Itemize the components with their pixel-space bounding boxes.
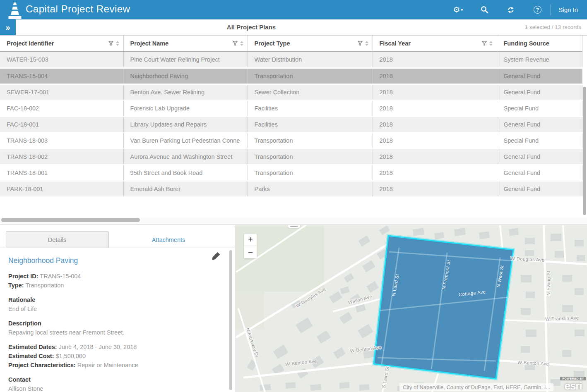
table-vertical-scrollbar-thumb[interactable] — [583, 87, 586, 215]
building-footprint — [575, 330, 585, 336]
details-panel: Details Attachments Neighborhood Paving … — [0, 225, 235, 392]
building-footprint — [562, 350, 571, 357]
column-header-funding-source[interactable]: Funding Source — [497, 36, 582, 52]
esri-logo: POWERED BY esri — [560, 377, 586, 391]
building-footprint — [521, 346, 530, 353]
project-characteristics-field: Project Characteristics: Repair or Maint… — [8, 361, 218, 370]
capital-project-review-app: Capital Project Review ⚙▾ ? — [0, 0, 587, 392]
table-row[interactable]: FAC-18-001Library Updates and RepairsFac… — [0, 116, 582, 132]
traffic-cone-logo-icon — [7, 1, 23, 22]
gear-icon: ⚙ — [453, 5, 460, 14]
settings-button[interactable]: ⚙▾ — [445, 0, 471, 19]
building-footprint — [479, 231, 490, 239]
double-chevron-right-icon: » — [5, 23, 10, 32]
building-footprint — [509, 228, 519, 236]
building-footprint — [526, 292, 535, 298]
table-row[interactable]: FAC-18-002Forensic Lab UpgradeFacilities… — [0, 100, 582, 116]
table-header-row: Project Identifier Project Name Project … — [0, 36, 582, 52]
search-icon — [481, 6, 488, 14]
project-title: Neighborhood Paving — [8, 256, 218, 265]
estimated-dates-field: Estimated Dates: June 4, 2018 - June 30,… — [8, 342, 218, 351]
app-header: Capital Project Review ⚙▾ ? — [0, 0, 587, 19]
tab-details[interactable]: Details — [6, 232, 108, 248]
table-toolbar: » All Project Plans 1 selected / 13 reco… — [0, 19, 587, 36]
estimated-cost-field: Estimated Cost: $1,500,000 — [8, 351, 218, 361]
map-panel: W Douglas Ave Wilson Ave N Parkway Dr W … — [235, 225, 587, 392]
search-button[interactable] — [471, 0, 498, 19]
building-footprint — [260, 384, 271, 391]
type-field: Type: Transportation — [8, 281, 218, 290]
table-row[interactable]: TRANS-18-002Aurora Avenue and Washington… — [0, 148, 582, 165]
panel-title: All Project Plans — [227, 24, 276, 31]
sort-icon[interactable] — [365, 41, 368, 46]
street-label: N Ewing St — [546, 271, 551, 296]
panel-resize-handle[interactable] — [288, 225, 300, 228]
contact-label: Contact — [8, 375, 218, 384]
building-footprint — [526, 330, 536, 337]
building-footprint — [521, 308, 531, 315]
selected-project-polygon[interactable] — [374, 236, 513, 379]
filter-icon[interactable] — [482, 41, 487, 46]
pencil-icon — [212, 251, 221, 261]
column-header-project-type[interactable]: Project Type — [248, 36, 373, 52]
table-row[interactable]: WATER-15-003Pine Court Water Relining Pr… — [0, 52, 582, 68]
table-row[interactable]: TRANS-18-00195th Street and Book RoadTra… — [0, 165, 582, 181]
filter-icon[interactable] — [358, 41, 363, 46]
sort-icon[interactable] — [489, 41, 493, 46]
table-row-selected[interactable]: TRANS-15-004Neighborhood PavingTransport… — [0, 68, 582, 84]
column-header-project-identifier[interactable]: Project Identifier — [0, 36, 123, 52]
project-table: Project Identifier Project Name Project … — [0, 36, 582, 198]
column-header-project-name[interactable]: Project Name — [123, 36, 248, 52]
building-footprint — [562, 305, 573, 312]
sort-icon[interactable] — [116, 41, 119, 46]
building-footprint — [525, 238, 535, 244]
horizontal-scrollbar-track[interactable] — [0, 218, 587, 224]
rationale-value: End of Life — [8, 304, 218, 313]
edit-button[interactable] — [212, 251, 221, 262]
column-header-fiscal-year[interactable]: Fiscal Year — [373, 36, 497, 52]
horizontal-scrollbar-thumb[interactable] — [1, 218, 140, 222]
building-footprint — [339, 382, 349, 389]
map-attribution: City of Naperville, County of DuPage, Es… — [399, 383, 553, 391]
description-value: Repaving local streets near Fremont Stre… — [8, 328, 218, 337]
refresh-icon — [507, 6, 515, 14]
sort-icon[interactable] — [240, 41, 243, 46]
description-label: Description — [8, 319, 218, 328]
map-canvas[interactable]: W Douglas Ave Wilson Ave N Parkway Dr W … — [235, 225, 587, 392]
app-title: Capital Project Review — [26, 3, 130, 15]
building-footprint — [555, 251, 565, 258]
building-footprint — [575, 240, 584, 246]
building-footprint — [310, 384, 321, 391]
refresh-button[interactable] — [498, 0, 524, 19]
details-vertical-scrollbar-thumb[interactable] — [229, 250, 232, 390]
project-table-panel: Project Identifier Project Name Project … — [0, 36, 587, 225]
contact-value: Allison Stone — [8, 384, 218, 392]
esri-wordmark: esri — [564, 380, 582, 391]
help-icon: ? — [534, 6, 541, 14]
building-footprint — [577, 255, 585, 261]
chevron-down-icon: ▾ — [461, 7, 463, 12]
zoom-out-button[interactable]: − — [244, 246, 257, 258]
details-tabs: Details Attachments — [0, 232, 235, 248]
building-footprint — [285, 382, 296, 389]
building-footprint — [525, 250, 534, 256]
rationale-label: Rationale — [8, 295, 218, 304]
building-footprint — [551, 234, 561, 241]
map-zoom-control: + − — [244, 234, 257, 258]
building-footprint — [521, 275, 532, 282]
building-footprint — [359, 384, 369, 391]
zoom-in-button[interactable]: + — [244, 234, 257, 246]
filter-icon[interactable] — [108, 41, 113, 46]
expand-panel-button[interactable]: » — [0, 19, 16, 35]
tab-attachments[interactable]: Attachments — [108, 232, 229, 248]
project-id-field: Project ID: TRANS-15-004 — [8, 272, 218, 281]
table-row[interactable]: PARK-18-001Emerald Ash BorerParks2018Gen… — [0, 181, 582, 197]
filter-icon[interactable] — [233, 41, 238, 46]
selection-status: 1 selected / 13 records — [524, 24, 581, 30]
building-footprint — [562, 275, 572, 282]
sign-in-button[interactable]: Sign In — [551, 6, 587, 13]
table-row[interactable]: TRANS-18-003Van Buren Parking Lot Pedest… — [0, 132, 582, 148]
building-footprint — [575, 288, 584, 295]
help-button[interactable]: ? — [524, 0, 551, 19]
table-row[interactable]: SEWER-17-001Benton Ave. Sewer ReliningSe… — [0, 84, 582, 100]
